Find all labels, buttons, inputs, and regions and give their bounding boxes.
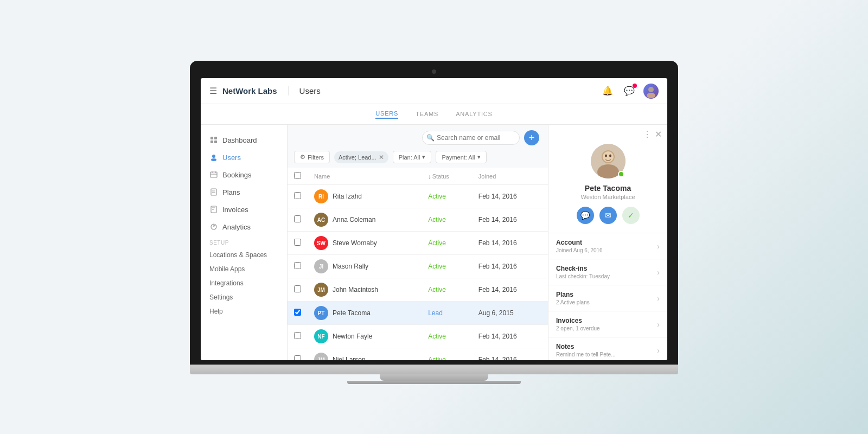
row-avatar: NF bbox=[314, 329, 328, 343]
row-checkbox[interactable] bbox=[294, 262, 301, 269]
row-checkbox-cell bbox=[288, 302, 308, 325]
row-status: Active bbox=[422, 325, 472, 348]
row-user-name: Steve Wornaby bbox=[333, 239, 377, 247]
sidebar-item-dashboard[interactable]: Dashboard bbox=[201, 131, 287, 149]
row-avatar: SW bbox=[314, 236, 328, 250]
filters-button[interactable]: ⚙ Filters bbox=[294, 151, 330, 163]
tabs-row: USERS TEAMS ANALYTICS bbox=[201, 104, 667, 125]
laptop-camera bbox=[432, 69, 436, 74]
app: ☰ NetWork Labs Users 🔔 💬 bbox=[201, 78, 667, 360]
row-joined: Feb 14, 2016 bbox=[472, 185, 548, 208]
more-options-icon[interactable]: ⋮ bbox=[643, 129, 652, 139]
sidebar-link-mobile-apps[interactable]: Mobile Apps bbox=[201, 262, 287, 276]
tab-analytics[interactable]: ANALYTICS bbox=[456, 111, 493, 118]
chevron-right-icon: › bbox=[657, 242, 660, 251]
svg-point-7 bbox=[211, 158, 216, 161]
row-name: RI Rita Izahd bbox=[308, 185, 422, 208]
filters-label: Filters bbox=[308, 154, 324, 161]
row-checkbox[interactable] bbox=[294, 239, 301, 246]
row-checkbox[interactable] bbox=[294, 309, 301, 316]
topbar-actions: 🔔 💬 bbox=[600, 84, 659, 99]
row-status: Active bbox=[422, 232, 472, 255]
row-checkbox[interactable] bbox=[294, 192, 301, 199]
section-info: Check-ins Last checkin: Tuesday bbox=[556, 265, 610, 279]
panel-section-plans[interactable]: Plans 2 Active plans › bbox=[548, 285, 667, 311]
row-avatar: AC bbox=[314, 213, 328, 227]
tab-teams[interactable]: TEAMS bbox=[416, 111, 438, 118]
sidebar-link-settings[interactable]: Settings bbox=[201, 290, 287, 304]
section-sub: 2 Active plans bbox=[556, 299, 590, 305]
search-input[interactable] bbox=[422, 131, 520, 145]
sidebar-item-plans[interactable]: Plans bbox=[201, 183, 287, 201]
sidebar-item-analytics[interactable]: Analytics bbox=[201, 218, 287, 235]
section-sub: Last checkin: Tuesday bbox=[556, 273, 610, 279]
message-user-button[interactable]: 💬 bbox=[577, 207, 594, 224]
svg-rect-2 bbox=[210, 137, 213, 139]
menu-icon[interactable]: ☰ bbox=[209, 86, 217, 96]
select-all-checkbox[interactable] bbox=[294, 172, 301, 179]
panel-section-invoices[interactable]: Invoices 2 open, 1 overdue › bbox=[548, 311, 667, 337]
table-row[interactable]: JI Mason Rally Active Feb 14, 2016 bbox=[288, 255, 548, 278]
section-label: Check-ins bbox=[556, 265, 610, 272]
panel-section-checkins[interactable]: Check-ins Last checkin: Tuesday › bbox=[548, 259, 667, 285]
sidebar-link-locations[interactable]: Locations & Spaces bbox=[201, 248, 287, 262]
search-bar: 🔍 + bbox=[288, 125, 548, 149]
row-checkbox[interactable] bbox=[294, 215, 301, 222]
sidebar: Dashboard Users bbox=[201, 125, 288, 360]
notification-button[interactable]: 🔔 bbox=[600, 84, 615, 99]
chevron-right-icon: › bbox=[657, 320, 660, 329]
approve-user-button[interactable]: ✓ bbox=[622, 207, 640, 224]
plan-filter[interactable]: Plan: All ▾ bbox=[393, 151, 432, 163]
sort-icon: ↓ bbox=[428, 173, 431, 180]
row-checkbox[interactable] bbox=[294, 332, 301, 339]
laptop-stand bbox=[380, 374, 488, 381]
panel-section-notes[interactable]: Notes Remind me to tell Pete... › bbox=[548, 337, 667, 360]
section-sub: Remind me to tell Pete... bbox=[556, 352, 616, 358]
select-all-header[interactable] bbox=[288, 168, 308, 185]
table-row[interactable]: PT Pete Tacoma Lead Aug 6, 2015 bbox=[288, 302, 548, 325]
panel-section-account[interactable]: Account Joined Aug 6, 2016 › bbox=[548, 233, 667, 259]
chevron-right-icon: › bbox=[657, 294, 660, 303]
bell-icon: 🔔 bbox=[602, 86, 613, 96]
sidebar-item-bookings[interactable]: Bookings bbox=[201, 166, 287, 183]
table-row[interactable]: JM Niel Larson Active Feb 14, 2016 bbox=[288, 348, 548, 361]
sidebar-item-users[interactable]: Users bbox=[201, 149, 287, 166]
sidebar-item-invoices[interactable]: Invoices bbox=[201, 201, 287, 218]
sidebar-link-help[interactable]: Help bbox=[201, 304, 287, 318]
panel-header: ⋮ ✕ bbox=[548, 125, 667, 144]
table-row[interactable]: RI Rita Izahd Active Feb 14, 2016 bbox=[288, 185, 548, 208]
user-avatar[interactable] bbox=[643, 84, 659, 99]
svg-point-26 bbox=[609, 155, 611, 157]
tab-users[interactable]: USERS bbox=[375, 110, 398, 119]
email-user-button[interactable]: ✉ bbox=[599, 207, 617, 224]
payment-filter[interactable]: Payment: All ▾ bbox=[436, 151, 486, 163]
row-status: Active bbox=[422, 348, 472, 361]
svg-point-6 bbox=[212, 155, 215, 158]
remove-filter-button[interactable]: ✕ bbox=[379, 154, 384, 161]
analytics-icon bbox=[209, 222, 218, 231]
row-user-name: Niel Larson bbox=[333, 356, 366, 360]
messages-button[interactable]: 💬 bbox=[622, 84, 637, 99]
close-panel-button[interactable]: ✕ bbox=[655, 129, 662, 139]
row-checkbox[interactable] bbox=[294, 355, 301, 360]
table-row[interactable]: NF Newton Fayle Active Feb 14, 2016 bbox=[288, 325, 548, 348]
svg-rect-3 bbox=[214, 137, 217, 139]
svg-point-1 bbox=[647, 93, 655, 98]
main-content: Dashboard Users bbox=[201, 125, 667, 360]
sidebar-label-plans: Plans bbox=[222, 188, 240, 196]
row-status: Active bbox=[422, 208, 472, 232]
add-user-button[interactable]: + bbox=[524, 130, 539, 145]
sidebar-label-analytics: Analytics bbox=[222, 223, 251, 231]
table-row[interactable]: SW Steve Wornaby Active Feb 14, 2016 bbox=[288, 232, 548, 255]
row-user-name: Mason Rally bbox=[333, 263, 368, 270]
sidebar-link-integrations[interactable]: Integrations bbox=[201, 276, 287, 290]
section-sub: Joined Aug 6, 2016 bbox=[556, 247, 603, 253]
row-name: JM Niel Larson bbox=[308, 348, 422, 361]
laptop-foot bbox=[347, 381, 521, 384]
row-checkbox[interactable] bbox=[294, 285, 301, 292]
section-label: Plans bbox=[556, 291, 590, 298]
table-row[interactable]: AC Anna Coleman Active Feb 14, 2016 bbox=[288, 208, 548, 232]
col-status[interactable]: ↓Status bbox=[422, 168, 472, 185]
table-row[interactable]: JM John Macintosh Active Feb 14, 2016 bbox=[288, 278, 548, 302]
row-checkbox-cell bbox=[288, 278, 308, 302]
